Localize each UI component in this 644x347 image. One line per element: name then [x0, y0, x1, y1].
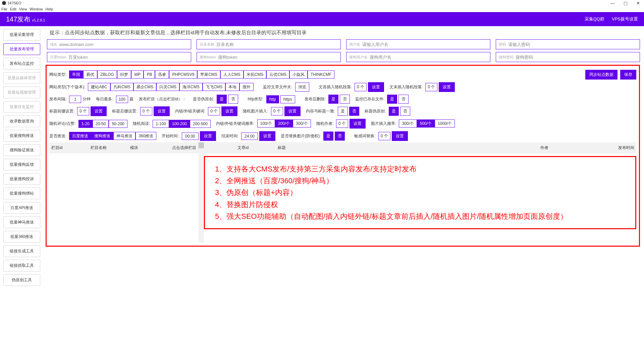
tag-option[interactable]: 100/个: [257, 119, 275, 128]
tag-option[interactable]: 300/个: [399, 119, 417, 128]
https-option[interactable]: https: [280, 95, 295, 103]
menu-window[interactable]: Window: [30, 7, 43, 11]
scrollbar[interactable]: [199, 142, 204, 243]
text-input[interactable]: [362, 42, 487, 47]
start-set[interactable]: 设置: [200, 131, 216, 141]
tag-option[interactable]: ZBLOG: [97, 70, 117, 79]
text-input[interactable]: [216, 42, 338, 47]
inlink-kw-val[interactable]: 0 个: [208, 107, 220, 115]
rand-img-set[interactable]: 设置: [284, 106, 301, 116]
sidebar-item[interactable]: 批量采集管理: [3, 29, 40, 41]
tag-option[interactable]: 20-50: [93, 120, 109, 128]
rand-author-set[interactable]: 设置: [350, 119, 366, 129]
sidebar-item[interactable]: 发布站点监控: [3, 58, 40, 69]
interval-input[interactable]: 1: [69, 96, 81, 103]
sidebar-item[interactable]: 链接生成工具: [3, 245, 40, 257]
start-val[interactable]: 00:00: [182, 133, 199, 140]
tag-option[interactable]: 米拓CMS: [244, 70, 267, 79]
tag-option[interactable]: 飞飞CMS: [203, 83, 226, 91]
replace-img-no[interactable]: 否: [335, 132, 345, 141]
tag-option[interactable]: 100-200: [169, 120, 190, 128]
tag-option[interactable]: 织梦: [117, 70, 131, 79]
sensitive-val[interactable]: 0 个: [378, 132, 390, 140]
text-input[interactable]: [218, 55, 338, 60]
tag-option[interactable]: 搜狗推送: [91, 132, 113, 140]
sidebar-item[interactable]: 批量搜狗投诉: [3, 173, 40, 185]
tag-option[interactable]: 200-500: [190, 120, 211, 128]
delete-yes[interactable]: 是: [328, 95, 338, 104]
tag-option[interactable]: 50-200: [109, 120, 127, 128]
sidebar-item[interactable]: 批量搜狗反馈: [3, 159, 40, 170]
menu-edit[interactable]: Edit: [10, 7, 16, 11]
menu-file[interactable]: File: [1, 7, 7, 11]
tag-option[interactable]: 帝国: [69, 70, 83, 79]
tag-option[interactable]: 凡科CMS: [110, 83, 133, 91]
tag-option[interactable]: PHPCMSV9: [169, 70, 197, 79]
tag-option[interactable]: 360推送: [136, 132, 156, 140]
tag-option[interactable]: 易企CMS: [133, 83, 157, 91]
pseudo-yes[interactable]: 是: [217, 95, 227, 104]
daily-input[interactable]: 100: [116, 96, 128, 103]
pseudo-no[interactable]: 否: [228, 95, 238, 104]
tag-option[interactable]: 闪灵CMS: [156, 83, 179, 91]
maximize-button[interactable]: ▢: [622, 1, 630, 6]
tag-option[interactable]: 云优CMS: [266, 70, 289, 79]
content-match-yes[interactable]: 是: [338, 107, 348, 116]
head-rand-value[interactable]: 0 个: [355, 83, 367, 91]
sidebar-item[interactable]: 批量搜狗绑站: [3, 188, 40, 199]
tag-option[interactable]: 本地: [225, 83, 239, 91]
tag-option[interactable]: 300/个: [293, 119, 311, 128]
tag-option[interactable]: 易优: [83, 70, 97, 79]
inlink-kw-set[interactable]: 设置: [221, 106, 237, 116]
tag-option[interactable]: PB: [144, 70, 155, 79]
close-button[interactable]: ✕: [634, 1, 642, 6]
tag-option[interactable]: 1-20: [78, 120, 93, 128]
rand-img-val[interactable]: 0 个: [271, 107, 283, 115]
sidebar-item[interactable]: 链接抓取工具: [3, 260, 40, 271]
title-pseudo-no[interactable]: 否: [400, 107, 410, 116]
tag-option[interactable]: 百度推送: [69, 132, 91, 140]
title-pseudo-yes[interactable]: 是: [389, 107, 399, 116]
text-input[interactable]: [68, 55, 188, 60]
sidebar-item[interactable]: 搜狗验证推送: [3, 144, 40, 156]
head-rand-set[interactable]: 设置: [368, 82, 384, 92]
monitor-yes[interactable]: 是: [387, 95, 397, 104]
tag-option[interactable]: 迅睿: [155, 70, 169, 79]
tag-option[interactable]: 1000/个: [435, 119, 455, 128]
tag-option[interactable]: WP: [131, 70, 144, 79]
sensitive-set[interactable]: 设置: [392, 131, 408, 141]
tag-option[interactable]: 人人CMS: [220, 70, 244, 79]
tail-rand-value[interactable]: 0 个: [425, 83, 437, 91]
header-link[interactable]: 采集QQ群: [585, 16, 604, 22]
tag-option[interactable]: 苹果CMS: [197, 70, 220, 79]
tag-option[interactable]: 小旋风: [289, 70, 308, 79]
sync-button[interactable]: 同步站点数据: [585, 70, 618, 80]
tag-option[interactable]: 建站ABC: [88, 83, 110, 91]
menu-help[interactable]: Help: [45, 7, 53, 11]
save-button[interactable]: 保存: [620, 70, 636, 80]
suffix-set[interactable]: 设置: [154, 106, 170, 116]
tag-option[interactable]: 500/个: [417, 119, 435, 128]
end-val[interactable]: 24:00: [241, 133, 258, 140]
sidebar-item[interactable]: 批量神马推送: [3, 216, 40, 228]
end-set[interactable]: 设置: [259, 131, 275, 141]
tag-option[interactable]: 神马推送: [113, 132, 136, 140]
monitor-no[interactable]: 否: [398, 95, 409, 104]
prefix-set[interactable]: 设置: [91, 106, 107, 116]
menu-view[interactable]: View: [19, 7, 27, 11]
tag-option[interactable]: 1-100: [153, 120, 169, 128]
scroll-thumb[interactable]: [199, 142, 204, 148]
content-match-no[interactable]: 否: [349, 107, 359, 116]
tag-option[interactable]: 海洋CMS: [179, 83, 203, 91]
sidebar-item[interactable]: 百度API推送: [3, 202, 40, 214]
sidebar-item[interactable]: 伪原创工具: [3, 274, 40, 286]
text-input[interactable]: [59, 42, 188, 47]
suffix-val[interactable]: 0 个: [140, 107, 152, 115]
sidebar-item[interactable]: 批量搜狗推送: [3, 130, 40, 142]
tag-option[interactable]: THINKCMF: [308, 70, 334, 79]
text-input[interactable]: [516, 55, 637, 60]
sidebar-item[interactable]: 批量发布管理: [3, 43, 40, 55]
minimize-button[interactable]: —: [608, 1, 617, 6]
replace-img-yes[interactable]: 是: [323, 132, 333, 141]
browse-button[interactable]: 浏览: [295, 83, 309, 92]
